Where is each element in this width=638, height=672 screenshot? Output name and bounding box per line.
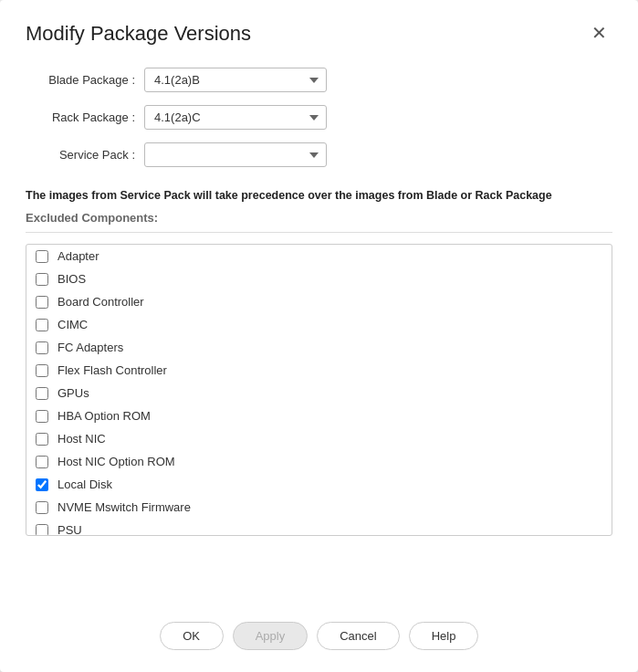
component-label-fc-adapters: FC Adapters (58, 341, 123, 354)
form-section: Blade Package : 4.1(2a)B Rack Package : … (26, 68, 612, 180)
list-item[interactable]: BIOS (26, 268, 612, 290)
list-item[interactable]: Local Disk (26, 473, 612, 496)
component-checkbox-cimc[interactable] (36, 319, 48, 331)
list-item[interactable]: PSU (26, 519, 612, 536)
component-checkbox-adapter[interactable] (36, 250, 48, 263)
rack-package-label: Rack Package : (26, 110, 144, 124)
close-button[interactable]: ✕ (586, 22, 612, 44)
component-checkbox-host-nic[interactable] (36, 433, 48, 446)
list-item[interactable]: Board Controller (26, 290, 612, 313)
list-item[interactable]: NVME Mswitch Firmware (26, 496, 612, 519)
list-item[interactable]: Host NIC (26, 427, 612, 450)
footer: OK Apply Cancel Help (26, 604, 612, 650)
blade-package-select[interactable]: 4.1(2a)B (144, 68, 327, 92)
component-checkbox-gpus[interactable] (36, 387, 48, 400)
notice-text: The images from Service Pack will take p… (26, 189, 612, 202)
component-label-hba-option-rom: HBA Option ROM (58, 409, 151, 423)
component-label-board-controller: Board Controller (58, 295, 144, 309)
dialog-title: Modify Package Versions (26, 22, 251, 46)
component-label-nvme-mswitch-firmware: NVME Mswitch Firmware (58, 500, 191, 514)
component-label-host-nic-option-rom: Host NIC Option ROM (58, 455, 175, 468)
component-checkbox-nvme-mswitch-firmware[interactable] (36, 501, 48, 514)
blade-package-label: Blade Package : (26, 73, 144, 87)
component-label-bios: BIOS (58, 272, 86, 286)
list-item[interactable]: CIMC (26, 313, 612, 336)
service-pack-select[interactable] (144, 142, 327, 167)
list-item[interactable]: FC Adapters (26, 336, 612, 359)
component-checkbox-hba-option-rom[interactable] (36, 410, 48, 423)
component-checkbox-bios[interactable] (36, 273, 48, 286)
component-label-flex-flash-controller: Flex Flash Controller (58, 363, 167, 377)
help-button[interactable]: Help (409, 622, 479, 650)
component-checkbox-local-disk[interactable] (36, 478, 48, 491)
list-item[interactable]: GPUs (26, 382, 612, 404)
excluded-components-label: Excluded Components: (26, 211, 612, 225)
component-checkbox-psu[interactable] (36, 524, 48, 537)
ok-button[interactable]: OK (160, 622, 224, 650)
rack-package-select[interactable]: 4.1(2a)C (144, 105, 327, 130)
component-label-gpus: GPUs (58, 386, 89, 400)
list-item[interactable]: Host NIC Option ROM (26, 450, 612, 473)
component-label-psu: PSU (58, 523, 82, 536)
rack-package-row: Rack Package : 4.1(2a)C (26, 105, 612, 130)
component-checkbox-fc-adapters[interactable] (36, 341, 48, 354)
blade-package-row: Blade Package : 4.1(2a)B (26, 68, 612, 92)
modify-package-versions-dialog: Modify Package Versions ✕ Blade Package … (0, 0, 638, 672)
component-checkbox-flex-flash-controller[interactable] (36, 364, 48, 377)
component-label-cimc: CIMC (58, 318, 88, 331)
list-item[interactable]: Flex Flash Controller (26, 359, 612, 382)
component-label-host-nic: Host NIC (58, 432, 106, 446)
component-checkbox-host-nic-option-rom[interactable] (36, 456, 48, 468)
apply-button[interactable]: Apply (233, 622, 309, 650)
component-list[interactable]: AdapterBIOSBoard ControllerCIMCFC Adapte… (26, 244, 612, 536)
cancel-button[interactable]: Cancel (317, 622, 399, 650)
list-item[interactable]: Adapter (26, 245, 612, 268)
component-checkbox-board-controller[interactable] (36, 296, 48, 309)
dialog-header: Modify Package Versions ✕ (26, 22, 612, 46)
list-item[interactable]: HBA Option ROM (26, 404, 612, 427)
component-label-adapter: Adapter (58, 249, 99, 263)
divider (26, 232, 612, 233)
component-label-local-disk: Local Disk (58, 478, 112, 491)
service-pack-row: Service Pack : (26, 142, 612, 167)
service-pack-label: Service Pack : (26, 148, 144, 162)
